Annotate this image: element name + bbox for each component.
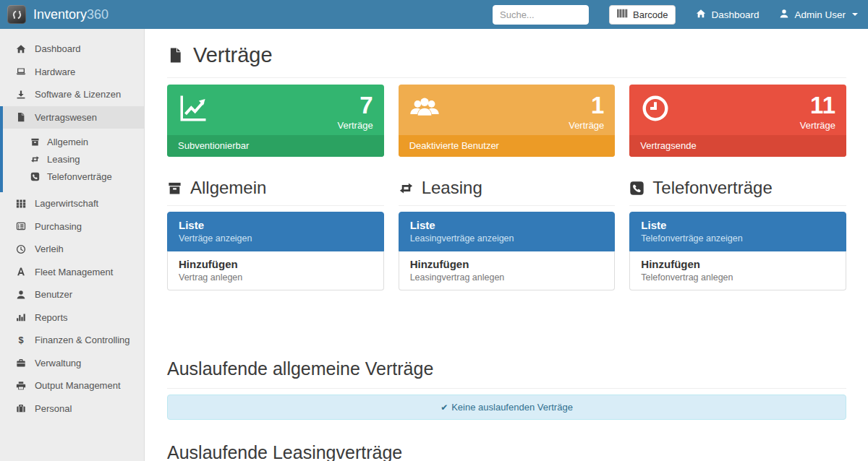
- section-leasing: Leasing Liste Leasingverträge anzeigen H…: [399, 176, 616, 290]
- expiring-contracts-block: Auslaufende allgemeine Verträge ✔Keine a…: [167, 358, 846, 461]
- clock-icon: [640, 93, 671, 124]
- divider: [167, 388, 846, 389]
- top-navbar: Inventory360 Barcode Dashboard Admin Use…: [0, 0, 868, 29]
- brand[interactable]: Inventory360: [7, 5, 109, 24]
- file-icon: [15, 112, 27, 122]
- section-title: Allgemein: [167, 178, 384, 198]
- telefonvertraege-liste-link[interactable]: Liste Telefonverträge anzeigen: [629, 212, 846, 251]
- divider: [167, 205, 384, 206]
- list-group: Liste Telefonverträge anzeigen Hinzufüge…: [629, 212, 846, 290]
- nav-dashboard-link[interactable]: Dashboard: [696, 9, 759, 21]
- sidebar-item-dashboard[interactable]: Dashboard: [0, 38, 144, 61]
- list-group: Liste Leasingverträge anzeigen Hinzufüge…: [399, 212, 616, 290]
- letter-a-icon: [15, 267, 27, 277]
- user-icon: [15, 290, 27, 300]
- no-expiring-contracts-alert: ✔Keine auslaufenden Verträge: [167, 395, 846, 420]
- grid-icon: [15, 199, 27, 209]
- sidebar-submenu: Allgemein Leasing Telefonverträge: [3, 129, 144, 192]
- stat-card-vertragsende[interactable]: 11 Verträge Vertragsende: [629, 85, 846, 157]
- barcode-icon: [617, 9, 629, 20]
- stat-unit: Verträge: [569, 120, 604, 131]
- expiring-general-heading: Auslaufende allgemeine Verträge: [167, 358, 846, 379]
- sidebar-active-group: Vertragswesen Allgemein Leasing Telefonv…: [0, 106, 144, 193]
- stat-unit: Verträge: [800, 120, 835, 131]
- sidebar-item-leasing[interactable]: Leasing: [3, 150, 144, 168]
- laptop-icon: [15, 66, 27, 77]
- divider: [629, 205, 846, 206]
- list-group: Liste Verträge anzeigen Hinzufügen Vertr…: [167, 212, 384, 290]
- home-icon: [15, 44, 27, 54]
- file-icon: [167, 46, 184, 65]
- leasingvertraege-liste-link[interactable]: Liste Leasingverträge anzeigen: [399, 212, 616, 251]
- leasingvertrag-hinzufuegen-link[interactable]: Hinzufügen Leasingvertrag anlegen: [399, 251, 616, 290]
- stat-card-footer: Deaktivierte Benutzer: [399, 135, 616, 157]
- phone-square-icon: [629, 181, 644, 196]
- sidebar: Dashboard Hardware Software & Lizenzen V…: [0, 29, 145, 461]
- sidebar-item-output[interactable]: Output Management: [0, 374, 144, 397]
- sidebar-item-software[interactable]: Software & Lizenzen: [0, 83, 144, 106]
- download-icon: [15, 90, 27, 100]
- check-icon: ✔: [441, 402, 448, 413]
- sidebar-item-hardware[interactable]: Hardware: [0, 61, 144, 84]
- user-icon: [779, 9, 789, 21]
- sidebar-item-finanzen[interactable]: $ Finanzen & Controlling: [0, 329, 144, 352]
- suitcase-icon: [15, 403, 27, 413]
- sidebar-item-verwaltung[interactable]: Verwaltung: [0, 352, 144, 375]
- line-chart-icon: [178, 93, 208, 124]
- sidebar-item-personal[interactable]: Personal: [0, 397, 144, 421]
- stat-card-footer: Subventionierbar: [167, 135, 384, 157]
- sidebar-item-benutzer[interactable]: Benutzer: [0, 283, 144, 306]
- sidebar-item-fleet[interactable]: Fleet Management: [0, 261, 144, 284]
- archive-icon: [167, 181, 182, 196]
- clock-icon: [15, 244, 27, 254]
- stat-card-footer: Vertragsende: [629, 135, 846, 157]
- stat-value: 7: [338, 93, 373, 118]
- page-title: Verträge: [167, 43, 846, 67]
- home-icon: [696, 9, 706, 21]
- sidebar-item-allgemein[interactable]: Allgemein: [3, 133, 144, 150]
- main-content: Verträge 7 Verträge Subventionierbar: [145, 29, 868, 461]
- section-telefonvertraege: Telefonverträge Liste Telefonverträge an…: [629, 176, 846, 290]
- retweet-icon: [29, 155, 41, 164]
- stat-value: 11: [800, 93, 835, 118]
- sections-row: Allgemein Liste Verträge anzeigen Hinzuf…: [167, 176, 846, 290]
- bar-chart-icon: [15, 312, 27, 322]
- briefcase-icon: [15, 358, 27, 368]
- sidebar-item-verleih[interactable]: Verleih: [0, 238, 144, 261]
- stat-value: 1: [569, 93, 604, 118]
- sidebar-item-purchasing[interactable]: Purchasing: [0, 215, 144, 238]
- list-alt-icon: [15, 221, 27, 231]
- users-icon: [409, 93, 440, 124]
- vertraege-liste-link[interactable]: Liste Verträge anzeigen: [167, 212, 384, 251]
- telefonvertrag-hinzufuegen-link[interactable]: Hinzufügen Telefonvertrag anlegen: [629, 251, 846, 290]
- svg-text:$: $: [18, 335, 23, 345]
- sidebar-item-reports[interactable]: Reports: [0, 306, 144, 329]
- sidebar-item-vertragswesen[interactable]: Vertragswesen: [3, 106, 144, 129]
- app-logo-icon: [7, 5, 26, 24]
- section-title: Telefonverträge: [629, 178, 846, 198]
- phone-square-icon: [29, 172, 41, 181]
- section-title: Leasing: [399, 178, 616, 198]
- dollar-icon: $: [15, 335, 27, 345]
- section-allgemein: Allgemein Liste Verträge anzeigen Hinzuf…: [167, 176, 384, 290]
- divider: [167, 77, 846, 78]
- retweet-icon: [399, 181, 414, 196]
- user-menu[interactable]: Admin User: [779, 9, 858, 21]
- archive-icon: [29, 137, 41, 147]
- stat-unit: Verträge: [338, 120, 373, 131]
- divider: [399, 205, 616, 206]
- stat-card-subventionierbar[interactable]: 7 Verträge Subventionierbar: [167, 85, 384, 157]
- barcode-label: Barcode: [633, 9, 668, 20]
- expiring-leasing-heading: Auslaufende Leasingverträge: [167, 442, 846, 461]
- vertrag-hinzufuegen-link[interactable]: Hinzufügen Vertrag anlegen: [167, 251, 384, 290]
- brand-title: Inventory360: [33, 7, 109, 22]
- stat-cards-row: 7 Verträge Subventionierbar 1 Verträge D…: [167, 85, 846, 157]
- printer-icon: [15, 381, 27, 391]
- sidebar-item-telefonvertraege[interactable]: Telefonverträge: [3, 168, 144, 185]
- barcode-button[interactable]: Barcode: [609, 5, 676, 25]
- caret-down-icon: [852, 13, 858, 16]
- stat-card-deaktivierte-benutzer[interactable]: 1 Verträge Deaktivierte Benutzer: [399, 85, 616, 157]
- search-input[interactable]: [493, 5, 589, 25]
- sidebar-item-lagerwirtschaft[interactable]: Lagerwirtschaft: [0, 192, 144, 215]
